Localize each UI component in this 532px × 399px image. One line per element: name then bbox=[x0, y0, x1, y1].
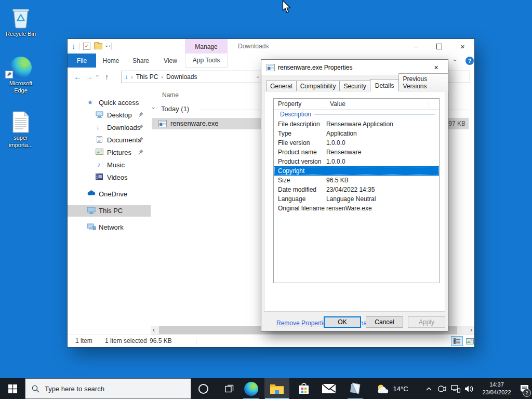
taskbar-file-explorer-button[interactable] bbox=[264, 378, 289, 399]
cancel-button[interactable]: Cancel bbox=[366, 316, 403, 328]
tab-view[interactable]: View bbox=[156, 54, 185, 68]
start-button[interactable] bbox=[0, 378, 25, 399]
table-row[interactable]: Size96.5 KB bbox=[274, 176, 439, 185]
sidebar-item-desktop[interactable]: Desktop bbox=[68, 110, 151, 121]
expand-ribbon-icon[interactable]: › bbox=[451, 59, 459, 61]
desktop-icon-recycle-bin[interactable]: Recycle Bin bbox=[3, 4, 38, 38]
address-dropdown-icon[interactable]: › bbox=[255, 76, 261, 77]
table-row[interactable]: TypeApplication bbox=[274, 129, 439, 138]
tab-details[interactable]: Details bbox=[370, 79, 400, 91]
tray-meet-now-button[interactable] bbox=[435, 378, 448, 399]
weather-sun-cloud-icon bbox=[376, 384, 390, 394]
tab-general[interactable]: General bbox=[266, 81, 297, 91]
recent-locations-icon[interactable]: › bbox=[95, 75, 101, 77]
pin-icon bbox=[138, 150, 143, 155]
tab-security[interactable]: Security bbox=[339, 81, 370, 91]
clock-date: 23/04/2022 bbox=[482, 389, 511, 396]
file-name: rensenware.exe bbox=[170, 119, 219, 127]
table-row[interactable]: File version1.0.0.0 bbox=[274, 138, 439, 148]
scroll-right-icon[interactable]: › bbox=[470, 326, 472, 334]
table-row[interactable]: Product version1.0.0.0 bbox=[274, 157, 439, 166]
scroll-left-icon[interactable]: ‹ bbox=[153, 326, 155, 334]
table-row[interactable]: LanguageLanguage Neutral bbox=[274, 194, 439, 204]
explorer-titlebar: ↓ ✓ › Manage Downloads – × bbox=[68, 39, 474, 54]
sidebar-item-network[interactable]: Network bbox=[68, 222, 151, 233]
edge-icon: ↗ bbox=[3, 54, 38, 78]
sidebar-item-videos[interactable]: Videos bbox=[68, 172, 151, 183]
divider bbox=[196, 338, 196, 344]
search-placeholder: Type here to search bbox=[45, 385, 104, 393]
tab-file[interactable]: File bbox=[68, 54, 96, 68]
collapse-group-icon[interactable]: › bbox=[151, 107, 157, 109]
taskbar-clock[interactable]: 14:37 23/04/2022 bbox=[478, 378, 515, 399]
table-row[interactable]: File descriptionRensenware Application bbox=[274, 119, 439, 129]
taskbar-notepad-button[interactable] bbox=[343, 378, 368, 399]
shortcut-arrow-icon: ↗ bbox=[5, 71, 13, 78]
qat-properties-icon[interactable]: ✓ bbox=[83, 43, 90, 50]
tab-app-tools[interactable]: App Tools bbox=[185, 54, 228, 68]
tab-share[interactable]: Share bbox=[126, 54, 156, 68]
sidebar-item-pictures[interactable]: Pictures bbox=[68, 147, 151, 158]
details-view-button[interactable] bbox=[451, 336, 463, 346]
taskbar-store-button[interactable] bbox=[291, 378, 316, 399]
close-button[interactable]: × bbox=[451, 39, 474, 54]
mouse-cursor bbox=[282, 0, 292, 14]
desktop-icon-microsoft-edge[interactable]: ↗ Microsoft Edge bbox=[3, 54, 38, 95]
document-icon bbox=[3, 108, 38, 133]
divider bbox=[99, 338, 99, 344]
column-property[interactable]: Property bbox=[278, 100, 301, 108]
this-pc-icon bbox=[87, 207, 96, 214]
back-icon[interactable]: ← bbox=[74, 72, 82, 81]
clock-time: 14:37 bbox=[489, 381, 504, 389]
group-description: Description bbox=[274, 110, 439, 119]
table-row[interactable]: Original filenamerensenWare.exe bbox=[274, 204, 439, 213]
table-row[interactable]: Date modified23/04/2022 14:35 bbox=[274, 185, 439, 194]
thumbnail-view-button[interactable] bbox=[464, 336, 475, 346]
table-row[interactable]: Product nameRensenware bbox=[274, 148, 439, 157]
taskbar-mail-button[interactable] bbox=[316, 378, 341, 399]
up-icon[interactable]: ↑ bbox=[105, 72, 109, 81]
tab-previous-versions[interactable]: Previous Versions bbox=[398, 73, 448, 91]
sidebar-item-onedrive[interactable]: OneDrive bbox=[68, 189, 151, 200]
qat-customize-icon[interactable]: › bbox=[104, 45, 110, 47]
cortana-button[interactable] bbox=[191, 378, 215, 399]
table-row-selected-copyright[interactable]: Copyright bbox=[274, 166, 439, 176]
desktop-icon-super-important[interactable]: super importa... bbox=[3, 108, 38, 149]
exe-file-icon bbox=[158, 120, 167, 127]
breadcrumb-this-pc[interactable]: This PC bbox=[136, 73, 158, 81]
sidebar-item-downloads[interactable]: ↓ Downloads bbox=[68, 122, 151, 134]
address-bar[interactable]: ↓ › This PC › Downloads › bbox=[121, 71, 262, 83]
sidebar-item-this-pc[interactable]: This PC bbox=[68, 205, 151, 217]
taskbar-edge-button[interactable] bbox=[239, 378, 263, 399]
maximize-button[interactable] bbox=[428, 39, 451, 54]
help-icon[interactable]: ? bbox=[466, 57, 474, 65]
weather-temp: 14°C bbox=[393, 385, 408, 393]
pin-icon bbox=[138, 137, 143, 143]
tray-network-button[interactable] bbox=[449, 378, 462, 399]
network-status-icon bbox=[451, 385, 460, 393]
taskbar-weather-button[interactable]: 14°C bbox=[370, 378, 415, 399]
sidebar-item-quick-access[interactable]: ★ Quick access bbox=[68, 97, 151, 109]
taskbar-search-input[interactable]: Type here to search bbox=[25, 378, 191, 399]
ok-button[interactable]: OK bbox=[324, 316, 361, 328]
qat-new-folder-icon[interactable] bbox=[94, 43, 102, 49]
tray-volume-button[interactable] bbox=[462, 378, 476, 399]
chevron-up-icon bbox=[426, 387, 432, 391]
tray-expand-button[interactable] bbox=[423, 378, 434, 399]
action-center-button[interactable]: 2 bbox=[516, 378, 532, 399]
sidebar-item-documents[interactable]: Documents bbox=[68, 135, 151, 146]
microsoft-store-icon bbox=[298, 382, 310, 395]
column-value[interactable]: Value bbox=[330, 100, 345, 108]
table-header: Property Value bbox=[274, 99, 439, 110]
tab-compatibility[interactable]: Compatibility bbox=[296, 81, 340, 91]
desktop: Recycle Bin ↗ Microsoft Edge super impor… bbox=[0, 0, 532, 399]
minimize-button[interactable]: – bbox=[404, 39, 428, 54]
apply-button-disabled: Apply bbox=[408, 316, 445, 328]
column-header-name[interactable]: Name bbox=[162, 91, 179, 99]
desktop-icon-label: Microsoft Edge bbox=[3, 80, 38, 95]
sidebar-item-music[interactable]: ♪ Music bbox=[68, 159, 151, 171]
task-view-button[interactable] bbox=[217, 378, 241, 399]
breadcrumb-downloads[interactable]: Downloads bbox=[166, 73, 197, 81]
notification-count-badge: 2 bbox=[523, 389, 531, 397]
tab-home[interactable]: Home bbox=[96, 54, 126, 68]
